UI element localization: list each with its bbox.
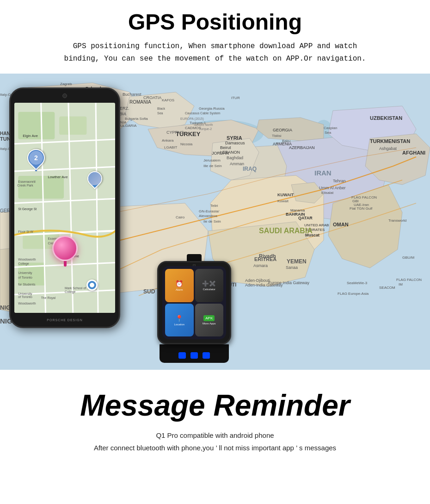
svg-text:Sea: Sea	[157, 112, 163, 115]
phone-bottom-bar: PORSCHE DESIGN	[11, 313, 119, 327]
watch-app-location: 📍 Location	[165, 304, 194, 337]
watch-app-more: APK More Apps	[195, 304, 224, 337]
svg-text:Transworld: Transworld	[388, 218, 406, 223]
svg-text:Sea: Sea	[325, 131, 332, 135]
svg-text:Teliri: Teliri	[210, 204, 218, 208]
message-description: Q1 Pro compatible with android phone Aft…	[14, 429, 416, 454]
svg-text:Essenaonriil: Essenaonriil	[18, 180, 36, 183]
svg-text:OMAN: OMAN	[333, 222, 349, 227]
watch-body: ⏰ Alarm ➕✖️ Calculator 📍 Location	[157, 261, 231, 344]
svg-text:GBU/M: GBU/M	[402, 255, 415, 260]
svg-text:Black: Black	[157, 107, 166, 110]
svg-text:Europe India Gateway: Europe India Gateway	[268, 280, 310, 285]
svg-text:CYPRUS: CYPRUS	[166, 130, 184, 135]
svg-text:Turque-2: Turque-2	[199, 127, 212, 131]
svg-text:EUROPA (2015): EUROPA (2015)	[180, 117, 204, 121]
svg-text:Mark School of: Mark School of	[65, 286, 86, 290]
svg-text:ROMANIA: ROMANIA	[129, 100, 151, 105]
svg-text:Kuwait: Kuwait	[277, 199, 289, 203]
svg-text:Bucharest: Bucharest	[123, 92, 141, 97]
svg-text:ERITREA: ERITREA	[254, 256, 276, 262]
phone-map-content: Elgin Ave Lowther Ave St George St Floor…	[14, 103, 115, 313]
svg-text:of Toronto: of Toronto	[18, 276, 32, 279]
svg-text:Cairo: Cairo	[176, 215, 185, 219]
svg-text:UZBEKISTAN: UZBEKISTAN	[370, 115, 402, 121]
phone-body: Elgin Ave Lowther Ave St George St Floor…	[9, 87, 120, 328]
message-section: Message Reminder Q1 Pro compatible with …	[0, 370, 430, 463]
svg-text:College: College	[65, 290, 76, 294]
svg-text:Damascus: Damascus	[225, 141, 245, 145]
svg-text:Jerusalem: Jerusalem	[203, 158, 221, 162]
svg-text:Tehran: Tehran	[333, 179, 346, 183]
gps-title: GPS Positioning	[14, 9, 416, 35]
phone-device: Elgin Ave Lowther Ave St George St Floor…	[9, 87, 120, 328]
svg-text:Tbilisi: Tbilisi	[272, 134, 282, 138]
svg-text:University: University	[18, 271, 32, 275]
svg-text:Aden-Djibouti: Aden-Djibouti	[245, 278, 270, 283]
svg-text:Nicosia: Nicosia	[180, 142, 193, 146]
svg-text:College: College	[18, 262, 29, 266]
map-container: ITALY ROMANIA CROATIA BOS. & HERZ. SERBI…	[0, 74, 430, 370]
svg-text:Asmara: Asmara	[253, 263, 268, 268]
svg-text:IRAN: IRAN	[314, 169, 332, 177]
svg-text:GEORGIA: GEORGIA	[273, 128, 292, 132]
gps-section: GPS Positioning GPS positioning function…	[0, 0, 430, 65]
svg-text:Baghdad: Baghdad	[227, 156, 243, 160]
svg-text:IM: IM	[399, 282, 403, 286]
svg-text:ITUR: ITUR	[231, 96, 240, 100]
svg-text:of Toronto: of Toronto	[18, 296, 32, 299]
svg-text:CROATIA: CROATIA	[143, 95, 161, 100]
svg-text:Ille de Sein: Ille de Sein	[203, 164, 222, 168]
svg-text:JORDAN: JORDAN	[212, 151, 229, 156]
svg-text:Caucasus Cable System: Caucasus Cable System	[185, 112, 221, 115]
svg-text:The Royal: The Royal	[41, 297, 56, 300]
svg-text:YEMEN: YEMEN	[287, 258, 307, 265]
svg-rect-119	[18, 176, 64, 199]
phone-screen: Elgin Ave Lowther Ave St George St Floor…	[14, 103, 115, 313]
svg-text:FLAG Europe-Asia: FLAG Europe-Asia	[338, 292, 369, 296]
svg-text:SeaMeWe-3: SeaMeWe-3	[347, 281, 368, 285]
svg-text:Umm Al Anber: Umm Al Anber	[319, 186, 346, 190]
svg-text:University: University	[18, 292, 32, 296]
phone-top-bar	[11, 89, 119, 103]
watch-device: ⏰ Alarm ➕✖️ Calculator 📍 Location	[148, 254, 240, 365]
svg-text:IRAQ: IRAQ	[243, 166, 257, 172]
svg-text:AZERBAIJAN: AZERBAIJAN	[289, 145, 315, 150]
svg-text:Ankara: Ankara	[162, 138, 174, 143]
svg-text:Amman: Amman	[230, 162, 244, 166]
svg-text:KAFOS: KAFOS	[162, 98, 174, 102]
svg-text:Elgin Ave: Elgin Ave	[23, 134, 38, 138]
svg-text:GN-Eurasia/: GN-Eurasia/	[199, 209, 220, 213]
svg-text:Georgia-Russia: Georgia-Russia	[199, 106, 225, 111]
svg-text:Lowther Ave: Lowther Ave	[48, 175, 68, 179]
watch-app-alarm: ⏰ Alarm	[165, 269, 194, 302]
svg-text:Woodsworth: Woodsworth	[18, 302, 36, 305]
svg-text:Alexandros: Alexandros	[199, 214, 217, 218]
svg-text:Ashgabat: Ashgabat	[379, 146, 397, 151]
svg-text:Tamore North: Tamore North	[193, 123, 213, 126]
svg-text:Woodsworth: Woodsworth	[18, 258, 36, 261]
svg-rect-118	[59, 117, 86, 135]
svg-text:SYRIA: SYRIA	[227, 135, 242, 141]
svg-text:for Students: for Students	[18, 283, 36, 286]
svg-text:Ile de Sein: Ile de Sein	[203, 219, 221, 224]
svg-text:QATAR: QATAR	[298, 216, 313, 220]
gps-description: GPS positioning function, When smartphon…	[14, 40, 416, 65]
phone-brand-label: PORSCHE DESIGN	[47, 318, 82, 322]
svg-text:Beirut: Beirut	[220, 145, 231, 150]
svg-text:LGABIT: LGABIT	[164, 145, 178, 149]
svg-text:Zagreb: Zagreb	[60, 82, 72, 86]
svg-text:SEACOM: SEACOM	[379, 286, 395, 290]
watch-app-calculator: ➕✖️ Calculator	[195, 269, 224, 302]
watch-screen: ⏰ Alarm ➕✖️ Calculator 📍 Location	[162, 266, 226, 339]
message-title: Message Reminder	[14, 388, 416, 423]
svg-text:Sanaa: Sanaa	[286, 265, 298, 270]
svg-text:Caspian: Caspian	[324, 126, 337, 130]
svg-text:Bulgaria Sofia: Bulgaria Sofia	[125, 117, 148, 121]
svg-text:KUWAIT: KUWAIT	[277, 193, 294, 197]
svg-text:Flat TGN Gulf: Flat TGN Gulf	[350, 206, 373, 211]
svg-text:SAUDI ARABIA: SAUDI ARABIA	[259, 227, 313, 235]
svg-text:Etisalat: Etisalat	[321, 191, 334, 195]
svg-text:AFGHANI: AFGHANI	[402, 150, 425, 156]
phone-camera	[62, 93, 67, 98]
